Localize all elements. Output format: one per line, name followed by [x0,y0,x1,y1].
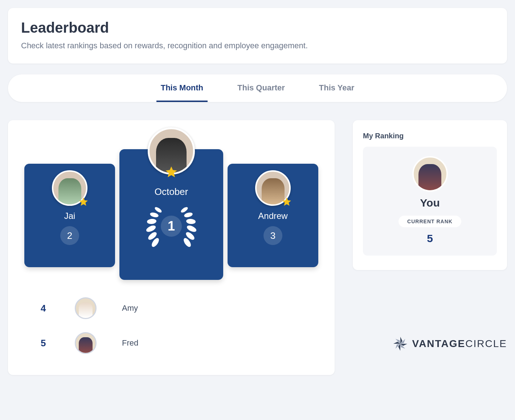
list-item[interactable]: 5 Fred [41,326,324,360]
star-icon [79,197,88,207]
avatar [412,156,448,192]
brand-logo: VANTAGECIRCLE [353,335,507,352]
avatar-wrap [52,170,87,206]
svg-marker-1 [165,166,177,177]
avatar-wrap [148,152,195,175]
tab-this-year[interactable]: This Year [315,74,359,102]
avatar-wrap [255,170,291,206]
podium-second[interactable]: Jai 2 [24,164,115,267]
svg-point-11 [186,219,196,224]
podium-rank-badge: 2 [60,226,79,245]
leaderboard-card: Jai 2 October [8,120,335,375]
svg-point-6 [150,212,159,218]
my-ranking-card: My Ranking You CURRENT RANK 5 [353,120,507,270]
podium-name: Andrew [228,211,318,221]
page-subtitle: Check latest rankings based on rewards, … [21,41,494,50]
period-tabs: This Month This Quarter This Year [8,74,507,102]
podium-name: Jai [24,211,115,221]
current-rank-pill: CURRENT RANK [398,216,461,227]
logo-text: VANTAGECIRCLE [412,338,507,350]
svg-marker-14 [282,197,291,206]
podium-period-label: October [119,186,223,197]
svg-point-13 [180,206,189,214]
podium: Jai 2 October [24,131,318,280]
page-header: Leaderboard Check latest rankings based … [8,8,507,64]
my-rank-value: 5 [369,232,491,245]
rank-number: 4 [41,303,49,314]
avatar [75,297,97,319]
tab-this-quarter[interactable]: This Quarter [233,74,289,102]
podium-third[interactable]: Andrew 3 [228,164,318,267]
logo-icon [392,335,409,352]
star-icon [282,197,291,207]
svg-marker-0 [79,197,88,206]
svg-point-4 [145,224,156,233]
you-label: You [369,197,491,209]
podium-first[interactable]: October [119,149,223,280]
rank-name: Fred [122,338,138,348]
rank-list: 4 Amy 5 Fred [19,291,324,360]
list-item[interactable]: 4 Amy [41,291,324,326]
svg-point-7 [154,206,163,214]
rank-number: 5 [41,338,49,349]
section-title: My Ranking [363,132,497,140]
svg-point-12 [184,212,193,218]
svg-point-10 [186,224,197,233]
avatar [75,332,97,354]
podium-rank-badge: 3 [263,226,282,245]
page-title: Leaderboard [21,20,494,36]
svg-point-5 [147,219,156,224]
rank-name: Amy [122,303,138,313]
star-icon [165,166,177,178]
podium-rank-badge: 1 [161,216,182,237]
my-ranking-inner: You CURRENT RANK 5 [363,147,497,256]
laurel-icon: 1 [119,203,223,250]
tab-this-month[interactable]: This Month [156,74,208,102]
